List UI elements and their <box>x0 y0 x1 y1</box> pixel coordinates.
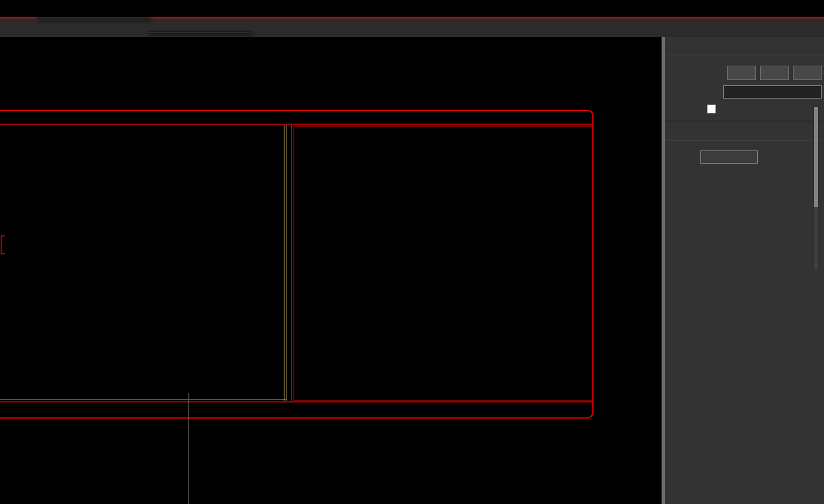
view-dropdown[interactable] <box>723 85 822 99</box>
global-last-button[interactable] <box>793 66 822 80</box>
pcb-canvas[interactable] <box>0 37 662 504</box>
global-off-button[interactable] <box>760 66 789 80</box>
pcb-design-svg <box>0 37 662 504</box>
global-on-button[interactable] <box>727 66 756 80</box>
visibility-panel-title <box>665 40 824 56</box>
board-inner-outline <box>0 125 287 401</box>
enable-layer-select-checkbox[interactable] <box>707 105 716 113</box>
manufacture-menu <box>37 17 149 19</box>
view-row <box>673 85 822 99</box>
panel-divider <box>665 121 824 122</box>
menubar <box>0 0 824 17</box>
board-outline <box>0 110 593 418</box>
drafting-submenu <box>148 31 251 33</box>
global-visibility-row <box>673 66 822 80</box>
toolbar <box>0 19 824 37</box>
radius-input[interactable] <box>700 150 758 164</box>
visibility-scrollbar[interactable] <box>813 106 819 271</box>
right-panel-column <box>665 37 824 504</box>
radius-row <box>673 150 824 164</box>
allegro-window <box>0 0 824 504</box>
scrollbar-thumb[interactable] <box>814 107 818 207</box>
enable-layer-select-row <box>707 105 824 113</box>
options-panel-title <box>665 125 824 141</box>
